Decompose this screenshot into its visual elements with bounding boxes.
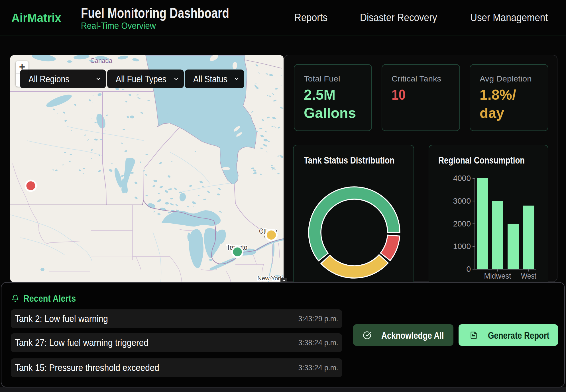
- svg-text:Midwest: Midwest: [484, 271, 511, 280]
- svg-text:1000: 1000: [453, 242, 471, 251]
- svg-text:3000: 3000: [453, 197, 471, 205]
- svg-text:New York: New York: [257, 275, 283, 281]
- svg-text:Canada: Canada: [90, 57, 113, 64]
- svg-text:4000: 4000: [453, 174, 471, 183]
- svg-text:0: 0: [466, 265, 471, 273]
- svg-text:2000: 2000: [453, 219, 471, 228]
- svg-text:West: West: [521, 271, 536, 280]
